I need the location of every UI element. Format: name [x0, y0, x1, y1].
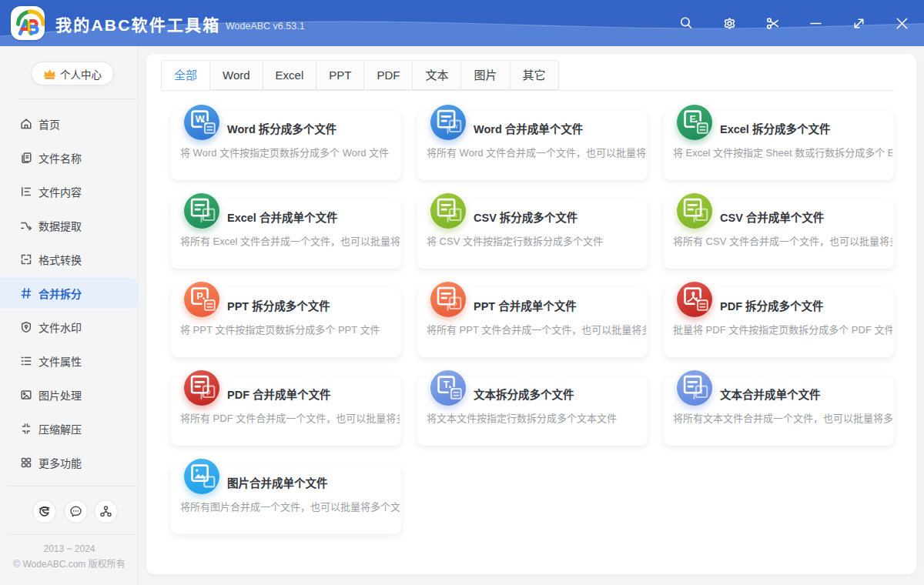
svg-text:T: T	[444, 379, 450, 390]
svg-text:E: E	[689, 114, 695, 125]
svg-text:W: W	[196, 114, 205, 125]
svg-text:P: P	[196, 291, 203, 302]
